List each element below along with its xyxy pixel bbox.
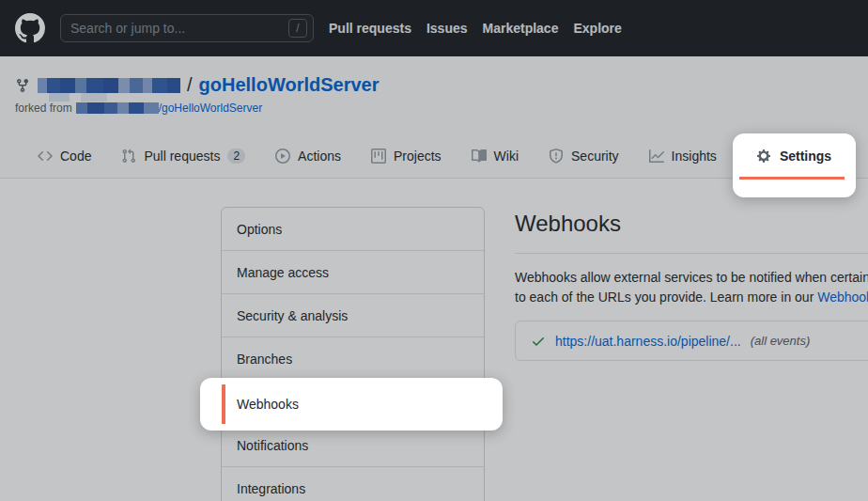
tab-label: Settings bbox=[780, 149, 831, 164]
gear-icon bbox=[757, 149, 772, 164]
tab-settings-highlighted[interactable]: Settings bbox=[733, 149, 856, 164]
selected-tab-underline bbox=[739, 177, 845, 180]
github-settings-page: / Pull requests Issues Marketplace Explo… bbox=[0, 0, 868, 501]
sidebar-item-webhooks-highlighted[interactable]: Webhooks bbox=[237, 378, 299, 431]
spotlight-settings-tab: Settings bbox=[733, 133, 856, 197]
spotlight-webhooks-item[interactable]: Webhooks bbox=[200, 378, 503, 431]
selected-item-bar bbox=[222, 384, 225, 424]
